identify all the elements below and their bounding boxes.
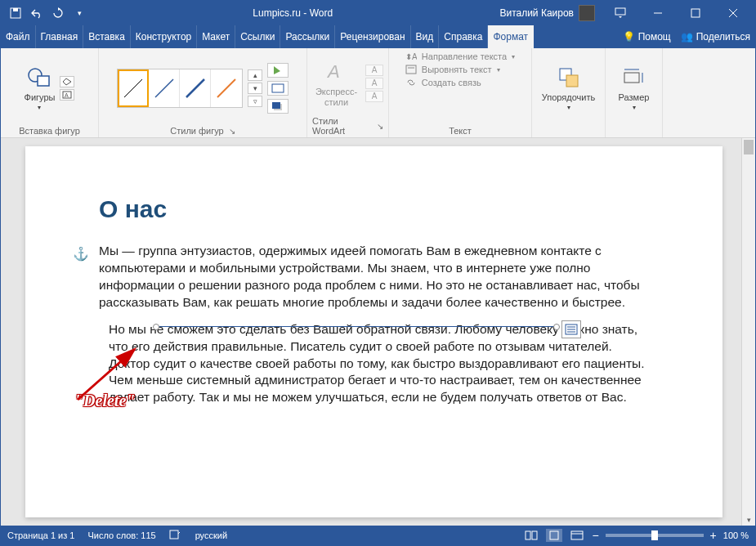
- shape-effects-button[interactable]: [267, 99, 289, 114]
- gallery-up-button[interactable]: ▴: [248, 69, 262, 81]
- ribbon: Фигуры ▾ A Вставка фигур ▴: [1, 48, 755, 138]
- page-indicator[interactable]: Страница 1 из 1: [7, 530, 74, 540]
- vertical-scrollbar[interactable]: ▾: [741, 138, 755, 526]
- quick-access-toolbar: ▾: [1, 7, 86, 20]
- close-button[interactable]: [714, 1, 752, 25]
- tell-me-button[interactable]: 💡Помощ: [618, 25, 676, 48]
- tab-layout[interactable]: Макет: [197, 25, 235, 48]
- autosave-icon[interactable]: [9, 7, 22, 20]
- shape-line-selected[interactable]: [156, 326, 557, 327]
- layout-options-button[interactable]: [561, 320, 581, 338]
- view-print-icon[interactable]: [546, 529, 562, 542]
- anchor-icon[interactable]: ⚓: [73, 246, 89, 262]
- view-read-icon[interactable]: [523, 529, 539, 542]
- svg-line-14: [217, 79, 235, 97]
- user-name: Виталий Каиров: [499, 7, 574, 19]
- group-arrange: Упорядочить ▾: [532, 48, 606, 137]
- tab-insert[interactable]: Вставка: [83, 25, 131, 48]
- titlebar: ▾ Lumpics.ru - Word Виталий Каиров: [1, 1, 755, 25]
- resize-handle-left[interactable]: [153, 324, 159, 330]
- text-fill-button[interactable]: A: [365, 65, 383, 76]
- maximize-button[interactable]: [677, 1, 714, 25]
- minimize-button[interactable]: [639, 1, 677, 25]
- align-text-button[interactable]: Выровнять текст▾: [405, 65, 515, 74]
- page[interactable]: О нас ⚓ Мы — группа энтузиастов, одержим…: [25, 146, 722, 517]
- wordart-styles-button[interactable]: A Экспресс-стили: [312, 59, 360, 106]
- tab-help[interactable]: Справка: [439, 25, 488, 48]
- svg-rect-33: [526, 531, 530, 539]
- tab-format[interactable]: Формат: [488, 25, 534, 48]
- zoom-level[interactable]: 100 %: [723, 530, 749, 540]
- arrow-icon: [69, 342, 143, 408]
- tab-design[interactable]: Конструктор: [131, 25, 197, 48]
- ribbon-options-icon[interactable]: [602, 1, 639, 25]
- chevron-down-icon: ▾: [633, 104, 636, 111]
- tab-home[interactable]: Главная: [36, 25, 84, 48]
- document-area: О нас ⚓ Мы — группа энтузиастов, одержим…: [1, 138, 755, 526]
- share-button[interactable]: 👥Поделиться: [676, 25, 755, 48]
- group-shape-styles: ▴ ▾ ▿ Стили фигур↘: [99, 48, 307, 137]
- svg-rect-2: [615, 8, 625, 15]
- lightbulb-icon: 💡: [623, 31, 635, 43]
- text-direction-button[interactable]: ⬍AНаправление текста▾: [405, 51, 515, 61]
- text-box-button[interactable]: A: [60, 89, 74, 101]
- word-count[interactable]: Число слов: 115: [87, 530, 155, 540]
- svg-rect-4: [691, 9, 700, 17]
- edit-shape-button[interactable]: [60, 76, 74, 87]
- undo-icon[interactable]: [30, 7, 43, 20]
- gallery-down-button[interactable]: ▾: [248, 83, 262, 94]
- size-icon: [621, 65, 647, 91]
- app-window: ▾ Lumpics.ru - Word Виталий Каиров Файл …: [0, 0, 756, 546]
- shapes-button[interactable]: Фигуры ▾: [25, 65, 56, 111]
- style-thumb-3[interactable]: [180, 69, 211, 107]
- statusbar: Страница 1 из 1 Число слов: 115 русский …: [1, 526, 755, 545]
- dialog-launcher-icon[interactable]: ↘: [377, 122, 383, 131]
- dialog-launcher-icon[interactable]: ↘: [229, 127, 235, 136]
- delete-annotation: "Delete": [74, 392, 135, 410]
- zoom-out-button[interactable]: −: [592, 529, 598, 542]
- svg-rect-23: [566, 75, 578, 87]
- chevron-down-icon: ▾: [567, 104, 570, 111]
- arrange-icon: [556, 65, 582, 91]
- scrollbar-down-icon[interactable]: ▾: [742, 516, 755, 524]
- shape-fill-button[interactable]: [267, 63, 289, 78]
- shape-style-gallery[interactable]: [117, 69, 243, 108]
- style-thumb-2[interactable]: [149, 69, 180, 107]
- text-effects-button[interactable]: A: [365, 91, 383, 102]
- arrange-button[interactable]: Упорядочить ▾: [542, 65, 595, 111]
- user-account[interactable]: Виталий Каиров: [499, 5, 595, 21]
- svg-text:A: A: [65, 92, 69, 98]
- redo-icon[interactable]: [51, 7, 65, 20]
- style-thumb-4[interactable]: [211, 69, 242, 107]
- tab-file[interactable]: Файл: [1, 25, 36, 48]
- svg-rect-35: [550, 531, 558, 539]
- group-text: ⬍AНаправление текста▾ Выровнять текст▾ С…: [389, 48, 532, 137]
- svg-line-12: [155, 79, 173, 97]
- chevron-down-icon: ▾: [38, 104, 41, 111]
- tab-mailings[interactable]: Рассылки: [280, 25, 335, 48]
- gallery-more-button[interactable]: ▿: [248, 96, 262, 107]
- style-thumb-1[interactable]: [118, 69, 149, 107]
- svg-text:⬍A: ⬍A: [405, 52, 417, 61]
- size-button[interactable]: Размер ▾: [619, 65, 650, 111]
- tab-references[interactable]: Ссылки: [235, 25, 280, 48]
- svg-rect-17: [272, 102, 280, 109]
- resize-handle-right[interactable]: [553, 324, 560, 330]
- spellcheck-icon[interactable]: [169, 529, 182, 542]
- zoom-in-button[interactable]: +: [710, 529, 717, 542]
- paragraph-1: Мы — группа энтузиастов, одержимых идеей…: [99, 243, 649, 311]
- svg-rect-8: [38, 76, 49, 86]
- shape-outline-button[interactable]: [267, 81, 289, 96]
- svg-text:A: A: [326, 61, 340, 82]
- svg-line-31: [78, 349, 135, 400]
- tab-review[interactable]: Рецензирован: [335, 25, 410, 48]
- view-web-icon[interactable]: [569, 529, 585, 542]
- language-indicator[interactable]: русский: [195, 530, 227, 540]
- qat-customize-icon[interactable]: ▾: [73, 7, 86, 20]
- text-outline-button[interactable]: A: [365, 78, 383, 89]
- tab-view[interactable]: Вид: [411, 25, 440, 48]
- zoom-slider[interactable]: [606, 534, 704, 537]
- group-size: Размер ▾: [606, 48, 663, 137]
- create-link-button[interactable]: Создать связь: [405, 78, 515, 87]
- scrollbar-thumb[interactable]: [744, 140, 754, 154]
